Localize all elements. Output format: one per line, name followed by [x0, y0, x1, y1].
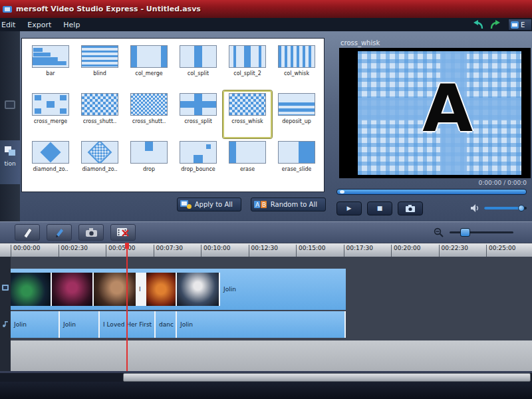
preview-screen: A [339, 48, 531, 178]
transition-item[interactable]: diamond_zo.. [26, 138, 75, 186]
split-tool-button[interactable] [15, 224, 40, 241]
music-clip[interactable]: Jolin [11, 311, 60, 338]
frame-capture-button[interactable] [78, 224, 104, 241]
video-clip[interactable] [94, 273, 137, 306]
transition-label: erase [240, 166, 255, 172]
snapshot-button[interactable] [398, 201, 423, 215]
ruler-tick: 00:10:00 [201, 245, 230, 257]
preview-overlay-letter: A [422, 70, 473, 146]
video-clip[interactable] [11, 273, 52, 306]
apply-to-all-button[interactable]: Apply to All [177, 198, 241, 211]
random-to-all-button[interactable]: AB Random to All [251, 198, 326, 211]
export-video-button[interactable]: E [508, 19, 532, 31]
video-track-icon[interactable] [2, 285, 9, 291]
music-track-icon[interactable] [2, 321, 9, 327]
music-clip[interactable]: Jolin [60, 311, 100, 338]
apply-to-all-icon [180, 200, 192, 209]
transition-thumbnail-deposit [278, 93, 315, 116]
playback-controls: ▶ ■ [336, 200, 527, 216]
video-clip[interactable] [52, 273, 94, 306]
transition-item[interactable]: erase [223, 138, 272, 186]
app-icon [3, 5, 12, 13]
seek-knob[interactable] [340, 190, 344, 194]
ruler-tick: 00:17:30 [344, 245, 373, 257]
transition-item[interactable]: col_split [174, 43, 223, 90]
zoom-out-magnifier-icon[interactable] [434, 227, 444, 237]
transition-item[interactable]: cross_whisk [223, 90, 272, 138]
transition-label: col_split [188, 70, 209, 76]
transition-item[interactable]: diamond_zo.. [75, 138, 124, 186]
transitions-panel: bar blind col_merge col_split col_split_… [20, 31, 326, 221]
speaker-icon[interactable] [471, 204, 479, 212]
transition-thumbnail-diamond [32, 141, 69, 164]
transitions-gallery: bar blind col_merge col_split col_split_… [21, 38, 325, 192]
video-track[interactable]: IJolin [11, 269, 346, 310]
video-clip[interactable]: I [137, 273, 146, 306]
delete-clip-button[interactable] [110, 224, 136, 241]
transition-thumbnail-diamond2 [81, 141, 118, 164]
transition-thumbnail-dropbounce [180, 141, 217, 164]
window-titlebar[interactable]: mersoft Video Studio Express - Untitled.… [0, 0, 532, 18]
transition-label: diamond_zo.. [33, 166, 68, 172]
transition-item[interactable]: drop [124, 138, 174, 186]
play-button[interactable]: ▶ [336, 201, 362, 215]
ruler-tick: 00:22:30 [439, 245, 468, 257]
music-clip[interactable]: I Loved Her First [100, 311, 156, 338]
transition-label: col_whisk [284, 70, 309, 76]
empty-track[interactable] [11, 340, 532, 371]
transition-label: cross_split [184, 118, 212, 124]
transition-label: col_merge [135, 70, 162, 76]
transition-label: erase_slide [282, 166, 312, 172]
music-clip[interactable]: Jolin [177, 311, 346, 338]
transition-item[interactable]: cross_shutt.. [75, 90, 124, 138]
random-to-all-icon: AB [254, 200, 267, 209]
timeline-ruler[interactable]: 00:00:0000:02:3000:05:0000:07:3000:10:00… [0, 243, 532, 257]
zoom-slider[interactable] [450, 231, 513, 233]
transition-item[interactable]: col_split_2 [223, 43, 272, 90]
music-track[interactable]: JolinJolinI Loved Her FirstdancJolin [11, 311, 346, 338]
transition-thumbnail-erase [229, 141, 266, 164]
preview-panel: cross_whisk A 0:00:00 / 0:00:0 ▶ ■ [326, 31, 532, 221]
volume-fill [484, 207, 521, 209]
seek-bar[interactable] [336, 189, 527, 195]
zoom-knob[interactable] [460, 228, 470, 237]
music-clip[interactable]: danc [156, 311, 177, 338]
menu-item[interactable]: Edit [1, 21, 15, 29]
transition-item[interactable]: blind [75, 43, 124, 90]
video-clip[interactable] [146, 273, 177, 306]
transition-label: cross_shutt.. [83, 118, 116, 124]
bottom-bar [0, 371, 532, 399]
volume-knob[interactable] [518, 205, 525, 211]
undo-icon[interactable] [472, 20, 483, 29]
transition-thumbnail-colmerge [130, 45, 168, 68]
transition-item[interactable]: col_whisk [272, 43, 321, 90]
stop-button[interactable]: ■ [367, 201, 392, 215]
transition-item[interactable]: deposit_up [272, 90, 321, 138]
ruler-tick: 00:02:30 [59, 245, 88, 257]
menu-item[interactable]: Help [63, 21, 80, 29]
timeline-body: 00:00:0000:02:3000:05:0000:07:3000:10:00… [0, 243, 532, 371]
transition-item[interactable]: cross_shutt.. [124, 90, 174, 138]
horizontal-scrollbar-thumb[interactable] [123, 373, 531, 382]
transition-item[interactable]: drop_bounce [174, 138, 223, 186]
transition-item[interactable]: erase_slide [272, 138, 321, 186]
sidebar-tab-transition[interactable]: tion [0, 140, 20, 184]
redo-icon[interactable] [490, 20, 501, 29]
transition-preview-frame: A [358, 51, 521, 175]
transition-item[interactable]: bar [26, 43, 75, 90]
transition-item[interactable]: col_merge [124, 43, 174, 90]
transition-label: cross_merge [34, 118, 68, 124]
transition-thumbnail-blind [81, 45, 118, 68]
video-clip-label: Jolin [220, 286, 236, 293]
transition-thumbnail-grid [81, 93, 118, 116]
playhead[interactable] [126, 243, 128, 371]
marker-tool-button[interactable] [47, 224, 72, 241]
video-clip[interactable] [177, 273, 220, 306]
music-clip-label: danc [156, 321, 174, 328]
volume-slider[interactable] [484, 207, 527, 209]
video-clip[interactable]: Jolin [220, 269, 346, 310]
transition-item[interactable]: cross_split [174, 90, 223, 138]
menu-item[interactable]: Export [27, 21, 51, 29]
media-tab-icon[interactable] [5, 100, 15, 109]
transition-item[interactable]: cross_merge [26, 90, 75, 138]
